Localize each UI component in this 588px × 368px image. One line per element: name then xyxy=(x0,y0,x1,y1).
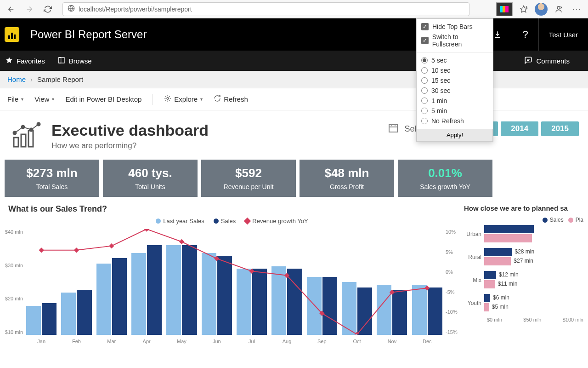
bar-group[interactable] xyxy=(339,229,374,335)
bar-sales xyxy=(112,258,127,335)
hbar-plan xyxy=(484,234,532,242)
kpi-value: 460 tys. xyxy=(105,166,196,180)
radio-option[interactable]: 10 sec xyxy=(421,65,488,75)
profile-avatar[interactable] xyxy=(535,3,548,16)
person-icon[interactable] xyxy=(551,2,566,17)
sales-trend-chart[interactable]: $40 mln$30 mln$20 mln$10 mln 10%5%0%-5%-… xyxy=(24,229,445,344)
app-header: Power BI Report Server ? Test User xyxy=(0,18,588,51)
radio-icon xyxy=(421,77,428,84)
chevron-down-icon: ▾ xyxy=(52,97,54,102)
hbar-category: Mix xyxy=(464,277,484,283)
bar-last-year xyxy=(166,245,181,335)
year-button[interactable]: 2014 xyxy=(501,121,538,136)
kpi-value: $48 mln xyxy=(301,166,392,180)
kpi-card[interactable]: $48 mlnGross Profit xyxy=(300,160,394,197)
favorite-star-button[interactable] xyxy=(516,2,531,17)
bar-group[interactable] xyxy=(24,229,59,335)
explore-menu[interactable]: Explore▾ xyxy=(164,95,203,104)
bar-group[interactable] xyxy=(199,229,234,335)
hbar-row[interactable]: Rural $28 mln $27 mln xyxy=(464,248,583,266)
bar-sales xyxy=(392,290,407,335)
edit-desktop-button[interactable]: Edit in Power BI Desktop xyxy=(65,95,141,103)
bar-last-year xyxy=(412,285,427,335)
user-label[interactable]: Test User xyxy=(538,18,588,51)
browser-toolbar: localhost/Reports/powerbi/samplereport ·… xyxy=(0,0,588,18)
radio-option[interactable]: 30 sec xyxy=(421,86,488,96)
bar-last-year xyxy=(237,269,251,335)
radio-option[interactable]: 5 min xyxy=(421,106,488,116)
year-button[interactable]: 2015 xyxy=(541,121,579,136)
file-menu[interactable]: File▾ xyxy=(7,95,23,103)
back-button[interactable] xyxy=(4,2,18,17)
explore-icon xyxy=(164,95,171,104)
powerbi-logo xyxy=(5,27,19,42)
radio-icon xyxy=(421,57,428,63)
kpi-card[interactable]: 460 tys.Total Units xyxy=(103,160,198,197)
help-button[interactable]: ? xyxy=(512,18,538,51)
bar-group[interactable] xyxy=(374,229,409,335)
kpi-card[interactable]: $592Revenue per Unit xyxy=(201,160,296,197)
kpi-card[interactable]: $273 mlnTotal Sales xyxy=(5,160,99,197)
checkbox-option[interactable]: ✓Switch to Fullscreen xyxy=(421,32,488,49)
bar-group[interactable] xyxy=(59,229,94,335)
bar-group[interactable] xyxy=(305,229,339,335)
radio-icon xyxy=(421,87,428,94)
checkbox-icon: ✓ xyxy=(421,23,429,30)
radio-option[interactable]: 15 sec xyxy=(421,75,488,86)
hbar-row[interactable]: Mix $12 mln $11 mln xyxy=(464,271,583,289)
radio-option[interactable]: 1 min xyxy=(421,96,488,106)
kpi-card[interactable]: 0.01%Sales growth YoY xyxy=(398,160,492,197)
bar-last-year xyxy=(61,293,76,335)
apply-button[interactable]: Apply! xyxy=(417,129,493,141)
refresh-button[interactable] xyxy=(40,2,55,17)
radio-option[interactable]: No Refresh xyxy=(421,116,488,126)
hbar-category: Youth xyxy=(464,300,484,306)
bar-sales xyxy=(217,256,232,335)
view-menu[interactable]: View▾ xyxy=(34,95,54,103)
calendar-icon xyxy=(388,122,399,136)
kpi-label: Total Sales xyxy=(6,183,97,190)
favorites-nav[interactable]: Favorites xyxy=(6,57,45,65)
forward-button[interactable] xyxy=(22,2,37,17)
browse-nav[interactable]: Browse xyxy=(58,57,92,65)
radio-option[interactable]: 5 sec xyxy=(421,55,488,65)
extension-icon-button[interactable] xyxy=(496,2,513,16)
breadcrumb-home[interactable]: Home xyxy=(7,75,26,83)
svg-rect-6 xyxy=(59,58,64,63)
bar-group[interactable] xyxy=(164,229,199,335)
hbar-row[interactable]: Youth $6 mln $5 mln xyxy=(464,294,583,312)
hbar-row[interactable]: Urban xyxy=(464,225,583,243)
comments-nav[interactable]: Comments xyxy=(524,56,570,66)
legend-swatch xyxy=(156,218,161,224)
checkbox-option[interactable]: ✓Hide Top Bars xyxy=(421,22,488,32)
dashboard-subtitle: How we are performing? xyxy=(51,141,209,150)
bar-group[interactable] xyxy=(129,229,164,335)
more-button[interactable]: ··· xyxy=(570,2,584,17)
svg-point-14 xyxy=(13,132,16,134)
bar-group[interactable] xyxy=(410,229,445,335)
svg-point-17 xyxy=(37,123,40,126)
svg-marker-5 xyxy=(6,57,12,63)
address-bar[interactable]: localhost/Reports/powerbi/samplereport xyxy=(62,2,469,16)
browse-label: Browse xyxy=(69,57,92,65)
bar-group[interactable] xyxy=(269,229,304,335)
side-chart-legend: Sales Pla xyxy=(464,217,583,223)
extension-icon xyxy=(500,6,509,12)
bar-group[interactable] xyxy=(94,229,129,335)
star-icon xyxy=(6,57,13,65)
favorites-label: Favorites xyxy=(17,57,45,65)
sales-trend-title: What is our Sales Trend? xyxy=(8,204,459,214)
chart-legend: Last year Sales Sales Revenue growth YoY xyxy=(5,218,459,224)
hbar-sales xyxy=(484,225,534,233)
hbar-plan: $5 mln xyxy=(484,303,489,311)
refresh-report-button[interactable]: Refresh xyxy=(214,95,248,104)
svg-rect-12 xyxy=(21,134,26,147)
bar-last-year xyxy=(131,253,146,335)
secondary-nav: Favorites Browse Comments xyxy=(0,51,588,71)
bar-group[interactable] xyxy=(234,229,269,335)
bar-sales xyxy=(77,290,91,335)
svg-rect-18 xyxy=(389,125,397,132)
refresh-icon xyxy=(214,95,221,104)
radio-icon xyxy=(421,98,428,104)
planned-sales-chart[interactable]: Urban Rural $28 mln $27 mln Mix $12 mln … xyxy=(464,225,583,312)
